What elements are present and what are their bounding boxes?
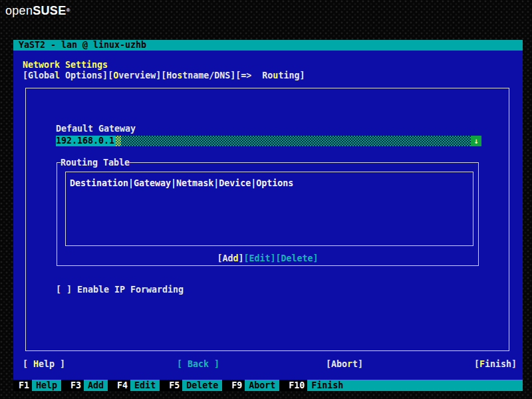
edit-button[interactable]: [Edit] [243, 253, 275, 263]
default-gateway-value[interactable]: 192.168.0.1 [56, 136, 116, 146]
desktop-background: openSUSE® YaST2 - lan @ linux-uzhb Netwo… [0, 0, 532, 399]
input-fill-area[interactable] [121, 136, 471, 146]
routing-table[interactable]: Destination|Gateway|Netmask|Device|Optio… [65, 172, 473, 246]
fkey-f10-label[interactable]: Finish [307, 380, 523, 391]
window-title-bar: YaST2 - lan @ linux-uzhb [13, 40, 523, 51]
fkey-f9-label[interactable]: Abort [245, 380, 279, 391]
fkey-f4[interactable]: F4 [112, 380, 130, 391]
table-button-row: [Add][Edit][Delete] [57, 253, 478, 264]
fkey-f1-label[interactable]: Help [32, 380, 61, 391]
text-cursor [116, 136, 121, 146]
ip-forwarding-checkbox[interactable]: [ ] Enable IP Forwarding [56, 285, 184, 295]
registered-mark: ® [66, 7, 70, 13]
fkey-f10[interactable]: F10 [284, 380, 307, 391]
add-button[interactable]: [Add] [217, 253, 243, 263]
hotkey-letter: F [479, 359, 485, 369]
fkey-f3-label[interactable]: Add [84, 380, 108, 391]
opensuse-logo: openSUSE® [5, 3, 70, 18]
logo-open-text: open [5, 4, 33, 17]
hotkey-letter: H [33, 359, 39, 369]
page-title: Network Settings [23, 60, 108, 70]
fkey-f1[interactable]: F1 [13, 380, 32, 391]
tab-bar: [Global Options][Overview][Hostname/DNS]… [23, 70, 305, 81]
abort-button[interactable]: [Abort] [326, 359, 363, 370]
back-button[interactable]: [ Back ] [177, 359, 219, 370]
default-gateway-label: Default Gateway [56, 124, 136, 134]
hotkey-letter: O [113, 70, 118, 80]
routing-table-frame: Routing Table Destination|Gateway|Netmas… [57, 162, 479, 266]
dropdown-arrow-icon[interactable]: ↓ [471, 136, 481, 146]
tab-global-options[interactable]: [Global Options] [23, 70, 108, 80]
hotkey-letter: r [347, 359, 352, 369]
fkey-f3[interactable]: F3 [66, 380, 84, 391]
function-key-bar: F1HelpF3AddF4EditF5DeleteF9AbortF10Finis… [13, 380, 523, 391]
logo-suse-text: SUSE [33, 4, 66, 17]
fkey-f9[interactable]: F9 [227, 380, 245, 391]
tab-overview[interactable]: [Overview] [108, 70, 161, 80]
help-button[interactable]: [ Help ] [23, 359, 65, 370]
tab-hostname-dns[interactable]: [Hostname/DNS] [161, 70, 235, 80]
routing-table-frame-label: Routing Table [61, 158, 130, 168]
fkey-f4-label[interactable]: Edit [130, 380, 160, 391]
fkey-f5-label[interactable]: Delete [182, 380, 222, 391]
delete-button[interactable]: [Delete] [276, 253, 319, 263]
tab-routing[interactable]: [=> Routing] [235, 70, 305, 80]
yast-dialog: Network Settings [Global Options][Overvi… [13, 51, 523, 380]
finish-button[interactable]: [Finish] [474, 359, 517, 370]
default-gateway-combobox[interactable]: 192.168.0.1 ↓ [56, 136, 481, 146]
routing-table-header: Destination|Gateway|Netmask|Device|Optio… [66, 172, 473, 189]
hotkey-letter: l [55, 70, 60, 80]
fkey-f5[interactable]: F5 [164, 380, 182, 391]
